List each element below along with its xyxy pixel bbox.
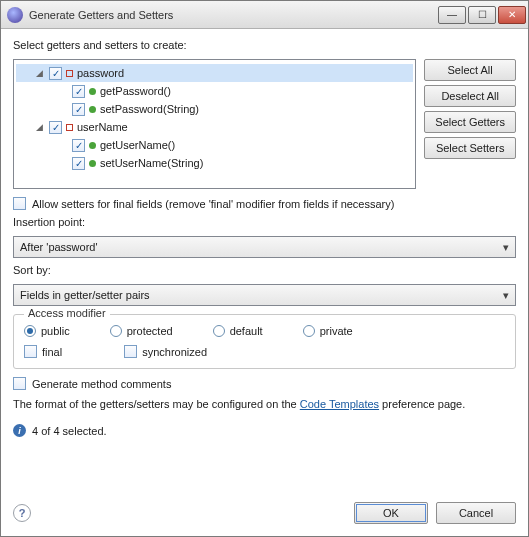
- access-modifier-legend: Access modifier: [24, 307, 110, 319]
- tree-method-getusername[interactable]: ✓ getUserName(): [16, 136, 413, 154]
- checkbox-getpassword[interactable]: ✓: [72, 85, 85, 98]
- collapse-icon[interactable]: ◢: [34, 68, 45, 79]
- sort-by-value: Fields in getter/setter pairs: [20, 289, 150, 301]
- checkbox-allow-final[interactable]: ✓: [13, 197, 26, 210]
- close-button[interactable]: ✕: [498, 6, 526, 24]
- dialog-window: Generate Getters and Setters — ☐ ✕ Selec…: [0, 0, 529, 537]
- method-icon: [89, 160, 96, 167]
- field-icon: [66, 70, 73, 77]
- field-label: password: [77, 67, 124, 79]
- eclipse-icon: [7, 7, 23, 23]
- radio-protected[interactable]: [110, 325, 122, 337]
- field-tree[interactable]: ◢ ✓ password ✓ getPassword() ✓ setPasswo…: [13, 59, 416, 189]
- method-icon: [89, 106, 96, 113]
- radio-private-label: private: [320, 325, 353, 337]
- select-all-button[interactable]: Select All: [424, 59, 516, 81]
- code-templates-link[interactable]: Code Templates: [300, 398, 379, 410]
- checkbox-username[interactable]: ✓: [49, 121, 62, 134]
- generate-comments-label: Generate method comments: [32, 378, 171, 390]
- insertion-point-value: After 'password': [20, 241, 98, 253]
- radio-public[interactable]: [24, 325, 36, 337]
- format-hint: The format of the getters/setters may be…: [13, 398, 516, 410]
- checkbox-password[interactable]: ✓: [49, 67, 62, 80]
- radio-private[interactable]: [303, 325, 315, 337]
- checkbox-synchronized[interactable]: ✓: [124, 345, 137, 358]
- format-post: preference page.: [379, 398, 465, 410]
- checkbox-getusername[interactable]: ✓: [72, 139, 85, 152]
- allow-final-label: Allow setters for final fields (remove '…: [32, 198, 394, 210]
- deselect-all-button[interactable]: Deselect All: [424, 85, 516, 107]
- access-modifier-group: Access modifier public protected default…: [13, 314, 516, 369]
- method-label: setPassword(String): [100, 103, 199, 115]
- titlebar[interactable]: Generate Getters and Setters — ☐ ✕: [1, 1, 528, 29]
- format-pre: The format of the getters/setters may be…: [13, 398, 300, 410]
- select-setters-button[interactable]: Select Setters: [424, 137, 516, 159]
- method-label: getPassword(): [100, 85, 171, 97]
- select-getters-button[interactable]: Select Getters: [424, 111, 516, 133]
- checkbox-setusername[interactable]: ✓: [72, 157, 85, 170]
- status-text: 4 of 4 selected.: [32, 425, 107, 437]
- sort-by-combo[interactable]: Fields in getter/setter pairs: [13, 284, 516, 306]
- cancel-button[interactable]: Cancel: [436, 502, 516, 524]
- checkbox-synchronized-label: synchronized: [142, 346, 207, 358]
- tree-field-password[interactable]: ◢ ✓ password: [16, 64, 413, 82]
- method-label: getUserName(): [100, 139, 175, 151]
- insertion-point-label: Insertion point:: [13, 216, 516, 228]
- method-label: setUserName(String): [100, 157, 203, 169]
- ok-button[interactable]: OK: [354, 502, 428, 524]
- checkbox-setpassword[interactable]: ✓: [72, 103, 85, 116]
- radio-default-label: default: [230, 325, 263, 337]
- info-icon: i: [13, 424, 26, 437]
- tree-method-setusername[interactable]: ✓ setUserName(String): [16, 154, 413, 172]
- prompt-label: Select getters and setters to create:: [13, 39, 516, 51]
- content-area: Select getters and setters to create: ◢ …: [1, 29, 528, 494]
- checkbox-final-label: final: [42, 346, 62, 358]
- sort-by-label: Sort by:: [13, 264, 516, 276]
- insertion-point-combo[interactable]: After 'password': [13, 236, 516, 258]
- minimize-button[interactable]: —: [438, 6, 466, 24]
- maximize-button[interactable]: ☐: [468, 6, 496, 24]
- tree-method-getpassword[interactable]: ✓ getPassword(): [16, 82, 413, 100]
- checkbox-final[interactable]: ✓: [24, 345, 37, 358]
- field-label: userName: [77, 121, 128, 133]
- tree-method-setpassword[interactable]: ✓ setPassword(String): [16, 100, 413, 118]
- help-button[interactable]: ?: [13, 504, 31, 522]
- field-icon: [66, 124, 73, 131]
- radio-public-label: public: [41, 325, 70, 337]
- method-icon: [89, 142, 96, 149]
- radio-protected-label: protected: [127, 325, 173, 337]
- method-icon: [89, 88, 96, 95]
- checkbox-generate-comments[interactable]: ✓: [13, 377, 26, 390]
- collapse-icon[interactable]: ◢: [34, 122, 45, 133]
- tree-field-username[interactable]: ◢ ✓ userName: [16, 118, 413, 136]
- window-title: Generate Getters and Setters: [29, 9, 436, 21]
- dialog-footer: ? OK Cancel: [1, 494, 528, 536]
- radio-default[interactable]: [213, 325, 225, 337]
